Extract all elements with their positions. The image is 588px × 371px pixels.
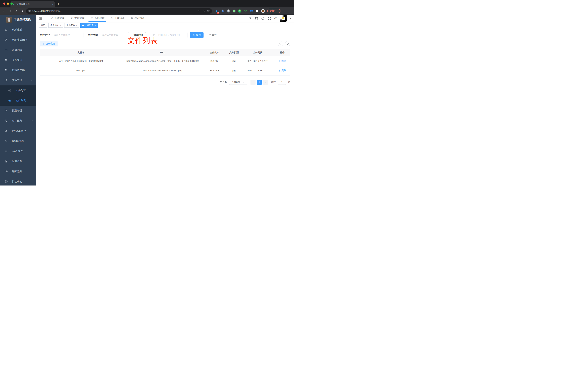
sidebar-item-文件配置[interactable]: 文件配置 xyxy=(0,85,36,95)
top-menu-item-支付管理[interactable]: 支付管理 xyxy=(67,15,87,22)
sidebar-item-MySQL 监控[interactable]: MySQL 监控 xyxy=(0,126,36,136)
blue-eye-extension-icon[interactable] xyxy=(250,9,253,13)
reload-icon[interactable] xyxy=(13,9,18,13)
sidebar-item-系统接口[interactable]: 系统接口 xyxy=(0,55,36,65)
search-icon[interactable] xyxy=(248,17,252,20)
url-text[interactable]: 127.0.0.1:1024/infra/file/file xyxy=(32,10,197,12)
top-menu-item-工作流程[interactable]: 工作流程 xyxy=(107,15,127,22)
sidebar-collapse-icon[interactable] xyxy=(39,16,43,20)
page-tab-bar: 首页个人中心×文件配置×文件列表× xyxy=(36,22,294,29)
delete-link[interactable]: 删除 xyxy=(278,68,286,73)
report-gauge-icon xyxy=(130,17,134,20)
sidebar-item-表单构建[interactable]: 表单构建 xyxy=(0,45,36,55)
browser-toolbar: 127.0.0.1:1024/infra/file/file ◆11 ⌘ y xyxy=(0,7,294,15)
command-extension-icon[interactable]: ⌘ xyxy=(226,9,230,13)
font-size-icon[interactable]: тT xyxy=(274,17,277,20)
sidebar-item-数据库文档[interactable]: 数据库文档 xyxy=(0,65,36,75)
refresh-table-icon[interactable] xyxy=(285,41,290,46)
top-menu-item-基础设施[interactable]: 基础设施 xyxy=(87,15,107,22)
file-path-input[interactable]: 请输入文件路径 xyxy=(52,32,84,38)
column-header-文件大小: 文件大小 xyxy=(203,49,226,56)
file-type-select[interactable]: 请选择文件类型 xyxy=(100,32,129,38)
yuque-extension-icon[interactable]: y xyxy=(238,9,242,13)
create-time-label: 创建时间 xyxy=(133,33,143,37)
sidebar-item-Redis 监控[interactable]: Redis 监控 xyxy=(0,136,36,146)
fullscreen-icon[interactable] xyxy=(268,17,271,20)
avatar-caret-down-icon[interactable] xyxy=(290,18,292,19)
sidebar-item-label: 文件列表 xyxy=(16,99,26,102)
app-logo-row: 🐰 芋道管理系统 xyxy=(0,15,36,25)
sidebar-item-定时任务[interactable]: 定时任务 xyxy=(0,156,36,166)
page-size-select[interactable]: 10条/页 xyxy=(229,80,247,85)
sidebar-item-文件管理[interactable]: 文件管理 xyxy=(0,75,36,85)
new-tab-button[interactable]: + xyxy=(57,2,59,6)
home-icon[interactable] xyxy=(19,9,24,13)
tab-close-icon[interactable]: × xyxy=(60,24,61,26)
browser-update-button[interactable]: 更新 ⋮ xyxy=(267,9,281,13)
green-star-extension-icon[interactable] xyxy=(244,9,247,13)
trash-icon xyxy=(278,60,281,62)
avatar-qr-code[interactable] xyxy=(280,15,287,22)
page-tab-首页[interactable]: 首页 xyxy=(39,23,47,28)
browser-tab-title: 芋道管理系统 xyxy=(16,3,50,6)
sidebar-item-代码生成示例[interactable]: 代码生成示例 xyxy=(0,35,36,45)
sidebar-item-文件列表[interactable]: 文件列表 xyxy=(0,95,36,106)
window-controls[interactable] xyxy=(3,2,13,5)
sidebar-item-链路追踪[interactable]: 链路追踪 xyxy=(0,166,36,177)
close-window-button[interactable] xyxy=(3,2,5,5)
share-icon[interactable] xyxy=(202,10,205,12)
site-info-icon[interactable] xyxy=(28,10,31,12)
top-menu-item-统计报表[interactable]: 统计报表 xyxy=(127,15,147,22)
pin-extension-icon[interactable]: ◆11 xyxy=(215,9,219,13)
record-extension-icon[interactable] xyxy=(232,9,236,13)
sidebar: 🐰 芋道管理系统 代码生成代码生成示例表单构建系统接口数据库文档文件管理文件配置… xyxy=(0,15,36,186)
trash-icon xyxy=(278,69,281,72)
prev-page-button[interactable]: ‹ xyxy=(251,80,255,85)
puzzle-extension-icon[interactable] xyxy=(255,9,259,13)
briefcase-icon xyxy=(110,17,113,20)
sidebar-item-label: 代码生成示例 xyxy=(12,38,27,42)
sidebar-item-代码生成[interactable]: 代码生成 xyxy=(0,25,36,35)
back-icon[interactable] xyxy=(2,9,7,13)
goto-page-input[interactable]: 1 xyxy=(278,80,286,85)
page-tab-个人中心[interactable]: 个人中心× xyxy=(48,23,63,28)
page-tab-文件配置[interactable]: 文件配置× xyxy=(64,23,79,28)
current-page-button[interactable]: 1 xyxy=(257,80,262,85)
sidebar-item-Java 监控[interactable]: Java 监控 xyxy=(0,146,36,156)
reset-button[interactable]: 重置 xyxy=(206,32,219,38)
tab-close-icon[interactable]: × xyxy=(76,24,77,26)
column-header-上传时间: 上传时间 xyxy=(242,49,274,56)
password-key-icon[interactable] xyxy=(198,9,201,12)
top-menu-item-系统管理[interactable]: 系统管理 xyxy=(47,15,67,22)
sidebar-item-日志中心[interactable]: 日志中心 xyxy=(0,177,36,186)
shield-check-icon xyxy=(4,38,8,42)
emoji-extension-icon[interactable] xyxy=(261,9,265,13)
tab-close-icon[interactable]: × xyxy=(95,24,96,26)
search-button[interactable]: 搜索 xyxy=(190,32,203,38)
sidebar-item-配置管理[interactable]: 配置管理 xyxy=(0,106,36,116)
calendar-icon xyxy=(153,34,156,36)
minimize-window-button[interactable] xyxy=(7,2,9,5)
delete-link[interactable]: 删除 xyxy=(278,59,286,63)
page-tab-label: 文件配置 xyxy=(66,24,75,27)
upload-file-button[interactable]: 上传文件 xyxy=(40,41,58,46)
extensions-row: ◆11 ⌘ y xyxy=(215,9,265,13)
browser-tab[interactable]: 芋道管理系统 × xyxy=(10,1,55,7)
date-range-picker[interactable]: 开始日期 - 结束日期 xyxy=(145,32,188,38)
sidebar-item-API 日志[interactable]: API 日志 xyxy=(0,116,36,126)
toggle-search-icon[interactable] xyxy=(278,41,283,46)
bookmark-star-icon[interactable] xyxy=(207,9,210,12)
forward-icon[interactable] xyxy=(8,9,13,13)
table-toolbar: 上传文件 xyxy=(40,41,290,46)
top-menu-label: 系统管理 xyxy=(54,17,64,20)
github-icon[interactable] xyxy=(255,16,258,20)
browser-menu-icon[interactable]: ⋮ xyxy=(276,10,278,12)
address-bar[interactable]: 127.0.0.1:1024/infra/file/file xyxy=(26,8,212,14)
next-page-button[interactable]: › xyxy=(263,80,268,85)
balloon-extension-icon[interactable] xyxy=(221,9,224,13)
help-question-icon[interactable] xyxy=(261,17,264,20)
database-table-icon xyxy=(4,69,8,72)
maximize-window-button[interactable] xyxy=(10,2,13,5)
tab-close-icon[interactable]: × xyxy=(52,3,53,6)
page-tab-文件列表[interactable]: 文件列表× xyxy=(80,23,98,28)
